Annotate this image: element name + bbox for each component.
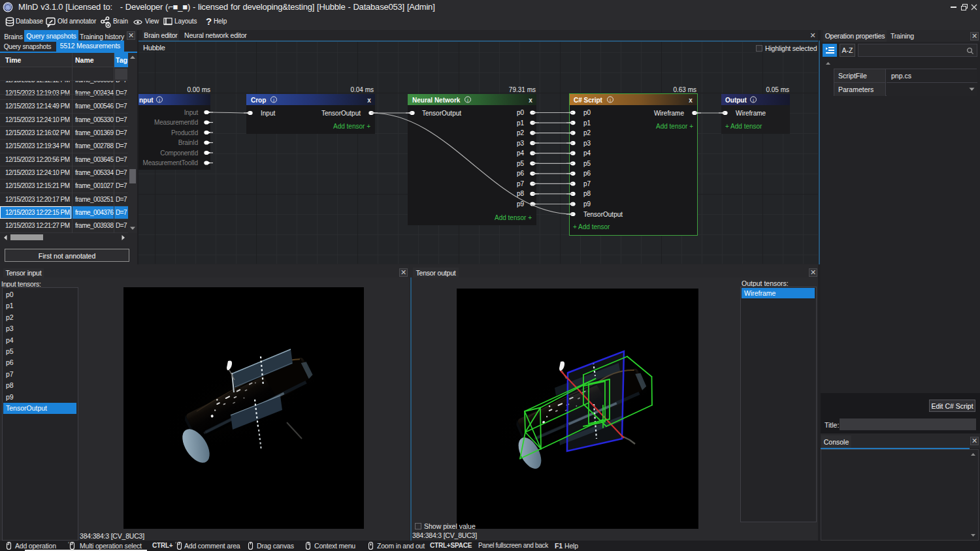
svg-text:Add tensor +: Add tensor + xyxy=(656,123,693,130)
svg-text:x: x xyxy=(529,97,532,104)
svg-text:TensorOutput: TensorOutput xyxy=(422,110,461,117)
svg-text:p7: p7 xyxy=(583,180,591,187)
svg-text:Input: Input xyxy=(261,110,275,117)
svg-text:p2: p2 xyxy=(517,129,525,136)
svg-text:0.04 ms: 0.04 ms xyxy=(350,86,374,93)
svg-text:⌜: ⌜ xyxy=(175,542,177,546)
svg-text:Wireframe: Wireframe xyxy=(736,110,766,117)
svg-text:p9: p9 xyxy=(583,200,591,208)
svg-text:+ Add tensor: + Add tensor xyxy=(573,223,610,230)
svg-text:p5: p5 xyxy=(583,160,591,167)
svg-text:p2: p2 xyxy=(583,129,591,136)
svg-text:p5: p5 xyxy=(517,160,525,167)
svg-text:p0: p0 xyxy=(517,109,525,116)
svg-text:0.63 ms: 0.63 ms xyxy=(673,86,696,93)
svg-text:x: x xyxy=(689,97,693,104)
svg-text:p1: p1 xyxy=(517,119,525,127)
svg-text:Wireframe: Wireframe xyxy=(654,110,685,117)
svg-text:p3: p3 xyxy=(583,140,591,147)
svg-text:MeasurementToolId: MeasurementToolId xyxy=(143,159,198,166)
svg-text:p1: p1 xyxy=(583,119,591,127)
svg-text:p6: p6 xyxy=(517,170,525,177)
svg-text:MeasurementId: MeasurementId xyxy=(154,119,198,126)
svg-text:p7: p7 xyxy=(517,180,525,187)
svg-text:p8: p8 xyxy=(583,190,591,197)
svg-text:Add tensor +: Add tensor + xyxy=(495,214,532,221)
svg-text:TensorOutput: TensorOutput xyxy=(321,110,361,117)
svg-text:ProductId: ProductId xyxy=(171,129,198,136)
svg-text:Crop: Crop xyxy=(251,97,266,104)
svg-text:p6: p6 xyxy=(583,170,591,177)
svg-text:+ Add tensor: + Add tensor xyxy=(725,123,762,130)
svg-text:x: x xyxy=(367,97,371,104)
svg-text:Output: Output xyxy=(725,97,747,104)
svg-text:p0: p0 xyxy=(583,109,591,116)
svg-text:p4: p4 xyxy=(517,150,525,157)
svg-text:p3: p3 xyxy=(517,140,525,147)
svg-text:79.31 ms: 79.31 ms xyxy=(509,86,536,93)
svg-text:TensorOutput: TensorOutput xyxy=(583,211,623,218)
svg-text:p9: p9 xyxy=(517,200,525,208)
svg-text:⌜: ⌜ xyxy=(68,542,70,546)
svg-text:C# Script: C# Script xyxy=(574,97,603,104)
svg-text:nput: nput xyxy=(139,97,154,104)
svg-text:Neural Network: Neural Network xyxy=(412,97,461,104)
svg-text:Input: Input xyxy=(184,109,199,116)
svg-text:BrainId: BrainId xyxy=(178,139,198,146)
svg-text:p4: p4 xyxy=(583,150,591,157)
svg-text:p8: p8 xyxy=(517,190,525,197)
svg-text:0.00 ms: 0.00 ms xyxy=(187,86,210,93)
svg-text:Add tensor +: Add tensor + xyxy=(333,123,370,130)
svg-text:ComponentId: ComponentId xyxy=(160,150,198,157)
svg-text:0.05 ms: 0.05 ms xyxy=(766,86,789,93)
